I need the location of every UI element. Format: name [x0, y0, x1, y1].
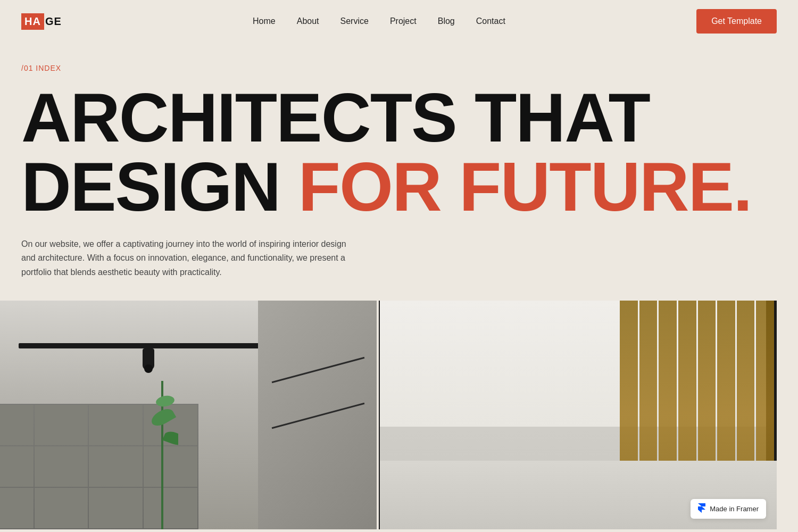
- hero-description: On our website, we offer a captivating j…: [21, 237, 351, 279]
- get-template-button[interactable]: Get Template: [696, 9, 777, 34]
- image-divider: [377, 301, 379, 529]
- track-light: [143, 348, 154, 370]
- framer-badge[interactable]: Made in Framer: [691, 499, 766, 519]
- logo[interactable]: HA GE: [21, 13, 62, 30]
- tile: [35, 405, 88, 445]
- logo-highlight: HA: [21, 13, 44, 30]
- nav-contact[interactable]: Contact: [476, 16, 505, 26]
- image-right: Made in Framer: [378, 301, 777, 529]
- framer-badge-label: Made in Framer: [710, 505, 759, 513]
- logo-rest: GE: [45, 15, 62, 28]
- nav-links: Home About Service Project Blog Contact: [253, 16, 505, 26]
- nav-about[interactable]: About: [297, 16, 319, 26]
- floor-area: [380, 461, 777, 529]
- nav-service[interactable]: Service: [340, 16, 369, 26]
- hero-title-line1: ARCHITECTS THAT: [21, 79, 650, 156]
- track-rail: [19, 343, 278, 348]
- hero-title: ARCHITECTS THAT DESIGN FOR FUTURE.: [21, 83, 777, 221]
- tile: [0, 405, 34, 445]
- navbar: HA GE Home About Service Project Blog Co…: [0, 0, 798, 43]
- tile: [89, 488, 143, 528]
- framer-icon: [698, 503, 705, 514]
- tile: [35, 446, 88, 487]
- hero-title-line2-black: DESIGN: [21, 148, 298, 226]
- tile: [0, 488, 34, 528]
- nav-home[interactable]: Home: [253, 16, 276, 26]
- tile: [89, 446, 143, 487]
- hero-image: Made in Framer: [0, 301, 777, 529]
- hero-title-accent: FOR FUTURE.: [298, 148, 752, 226]
- nav-blog[interactable]: Blog: [438, 16, 455, 26]
- plant: [146, 381, 178, 530]
- hero-image-mock: Made in Framer: [0, 301, 777, 529]
- tile: [0, 446, 34, 487]
- image-left: [0, 301, 378, 529]
- tile: [89, 405, 143, 445]
- hero-section: /01 INDEX ARCHITECTS THAT DESIGN FOR FUT…: [0, 43, 798, 279]
- staircase: [258, 301, 378, 529]
- nav-project[interactable]: Project: [390, 16, 417, 26]
- index-label: /01 INDEX: [21, 64, 777, 72]
- tile: [35, 488, 88, 528]
